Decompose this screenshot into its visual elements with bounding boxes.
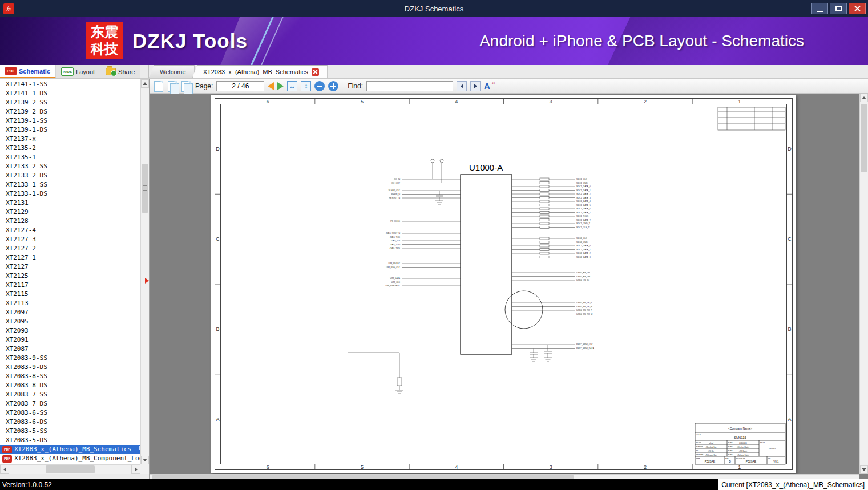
tab-layout[interactable]: PADS Layout <box>56 65 100 78</box>
sidebar-item[interactable]: XT2117 <box>0 281 140 290</box>
sidebar-item[interactable]: XT2139-2-SS <box>0 98 140 107</box>
maximize-button[interactable] <box>830 3 847 14</box>
single-page-icon[interactable] <box>154 81 163 92</box>
sidebar-item[interactable]: XT2083-7-DS <box>0 399 140 408</box>
fit-width-button[interactable]: ↔ <box>287 81 297 91</box>
sidebar-item[interactable]: XT2083-5-SS <box>0 427 140 436</box>
status-bar: Version:1.0.0.52 Current [XT2083_x_(Athe… <box>0 479 868 490</box>
svg-text:RESOUT_N: RESOUT_N <box>389 197 400 199</box>
sidebar-item[interactable]: XT2083-6-DS <box>0 418 140 427</box>
svg-text:6: 6 <box>267 99 269 104</box>
scroll-up-button[interactable] <box>860 94 868 102</box>
sidebar-item[interactable]: XT2141-1-SS <box>0 80 140 89</box>
sidebar-item[interactable]: XT2095 <box>0 317 140 326</box>
scroll-up-button[interactable] <box>141 79 149 88</box>
sidebar-item-pdf[interactable]: PDFXT2083_x_(Athena)_MB_Component_Loc <box>0 454 140 463</box>
sidebar-item[interactable]: XT2139-1-DS <box>0 125 140 135</box>
pdf-icon: PDF <box>2 455 12 463</box>
find-input[interactable] <box>366 81 453 91</box>
tab-share[interactable]: Share <box>100 65 140 78</box>
sidebar-item[interactable]: XT2127 <box>0 262 140 272</box>
svg-text:DATED: DATED <box>728 449 733 451</box>
splitter-collapse-arrow[interactable] <box>145 278 149 284</box>
sidebar-item[interactable]: XT2141-1-DS <box>0 89 140 98</box>
tab-label: XT2083_x_(Athena)_MB_Schematics <box>203 68 308 75</box>
app-icon: 东 <box>3 3 14 14</box>
scroll-down-button[interactable] <box>141 456 149 464</box>
sidebar-item[interactable]: XT2115 <box>0 290 140 299</box>
svg-text:UIM_DATA: UIM_DATA <box>390 277 400 280</box>
sidebar-item[interactable]: XT2127-4 <box>0 226 140 235</box>
sidebar-item[interactable]: XT2083-9-SS <box>0 354 140 363</box>
sidebar-item[interactable]: XT2129 <box>0 208 140 217</box>
find-previous-button[interactable] <box>457 81 467 91</box>
sidebar-item[interactable]: XT2091 <box>0 335 140 345</box>
svg-text:D: D <box>788 146 792 152</box>
tab-schematic[interactable]: PDF Schematic <box>0 65 56 78</box>
sidebar-item[interactable]: XT2133-1-DS <box>0 189 140 199</box>
find-next-button[interactable] <box>470 81 481 91</box>
sidebar-item[interactable]: XT2127-2 <box>0 244 140 253</box>
scroll-right-button[interactable] <box>131 465 140 474</box>
svg-text:SDC1_RCLK: SDC1_RCLK <box>576 215 589 217</box>
page-number-input[interactable] <box>216 81 264 91</box>
sidebar-item-pdf[interactable]: PDFXT2083_x_(Athena)_MB_Schematics <box>0 445 140 454</box>
sidebar-item[interactable]: XT2083-9-DS <box>0 363 140 372</box>
previous-page-button[interactable] <box>268 82 274 90</box>
sidebar-list: XT2141-1-SSXT2141-1-DSXT2139-2-SSXT2139-… <box>0 79 140 464</box>
viewer-horizontal-scrollbar[interactable] <box>150 474 859 479</box>
sidebar-item[interactable]: XT2139-1-SS <box>0 116 140 125</box>
continuous-pages-icon[interactable] <box>181 81 191 92</box>
sidebar-item[interactable]: XT2128 <box>0 217 140 226</box>
scrollbar-thumb[interactable] <box>142 164 148 213</box>
svg-text:SDC1_CMD: SDC1_CMD <box>576 182 588 184</box>
sidebar-item[interactable]: XT2127-1 <box>0 253 140 262</box>
scroll-left-button[interactable] <box>0 465 9 474</box>
sidebar-item[interactable]: XT2139-2-DS <box>0 107 140 116</box>
zoom-in-button[interactable] <box>328 81 338 91</box>
scrollbar-thumb[interactable] <box>46 465 95 473</box>
sidebar-item[interactable]: XT2083-6-SS <box>0 408 140 418</box>
sidebar-item[interactable]: XT2135-2 <box>0 144 140 153</box>
sidebar-item[interactable]: XT2133-1-SS <box>0 180 140 189</box>
match-case-button[interactable]: A a <box>484 81 495 91</box>
company-name: <Company Name> <box>728 427 752 430</box>
fit-page-button[interactable]: ↕ <box>301 81 311 91</box>
close-button[interactable] <box>849 3 866 14</box>
sidebar-item[interactable]: XT2137-x <box>0 135 140 144</box>
sidebar-vertical-scrollbar[interactable] <box>140 79 149 464</box>
release-date: <Release Date> <box>737 454 749 456</box>
sidebar-item[interactable]: XT2083-8-DS <box>0 381 140 390</box>
sidebar-item[interactable]: XT2087 <box>0 345 140 354</box>
svg-text:C: C <box>788 236 792 242</box>
svg-text:JTAG_SRST_N: JTAG_SRST_N <box>386 232 400 234</box>
schematic-viewer[interactable]: 665544332211DDCCBBAA U1000-A XO_INXO_OUT… <box>150 94 859 474</box>
scroll-down-button[interactable] <box>860 465 868 474</box>
sidebar-item[interactable]: XT2097 <box>0 308 140 317</box>
tab-close-icon[interactable] <box>312 68 319 76</box>
viewer-vertical-scrollbar[interactable] <box>859 94 868 474</box>
scrollbar-thumb[interactable] <box>861 104 867 172</box>
sidebar-item[interactable]: XT2125 <box>0 272 140 281</box>
scrollbar-thumb[interactable] <box>152 475 574 479</box>
sidebar-item[interactable]: XT2131 <box>0 199 140 208</box>
minimize-button[interactable] <box>811 3 828 14</box>
sidebar-item[interactable]: XT2093 <box>0 326 140 335</box>
facing-pages-icon[interactable] <box>168 81 177 92</box>
sidebar-item[interactable]: XT2083-7-SS <box>0 390 140 399</box>
svg-text:RESIN_N: RESIN_N <box>391 193 400 196</box>
sidebar-horizontal-scrollbar[interactable] <box>0 464 140 474</box>
sidebar-item[interactable]: XT2113 <box>0 299 140 308</box>
sidebar-item[interactable]: XT2127-3 <box>0 235 140 244</box>
sidebar-item[interactable]: XT2083-8-SS <box>0 372 140 381</box>
sidebar-item[interactable]: XT2135-1 <box>0 153 140 162</box>
tab-welcome[interactable]: Welcome <box>149 65 195 78</box>
sidebar-item[interactable]: XT2083-5-DS <box>0 436 140 445</box>
zoom-out-button[interactable] <box>314 81 325 91</box>
title-label: TITLE: <box>696 434 701 436</box>
tab-current-document[interactable]: XT2083_x_(Athena)_MB_Schematics <box>192 65 328 78</box>
sidebar-item[interactable]: XT2133-2-SS <box>0 162 140 171</box>
next-page-button[interactable] <box>277 82 284 90</box>
schematic-page[interactable]: 665544332211DDCCBBAA U1000-A XO_INXO_OUT… <box>211 95 796 473</box>
sidebar-item[interactable]: XT2133-2-DS <box>0 171 140 180</box>
